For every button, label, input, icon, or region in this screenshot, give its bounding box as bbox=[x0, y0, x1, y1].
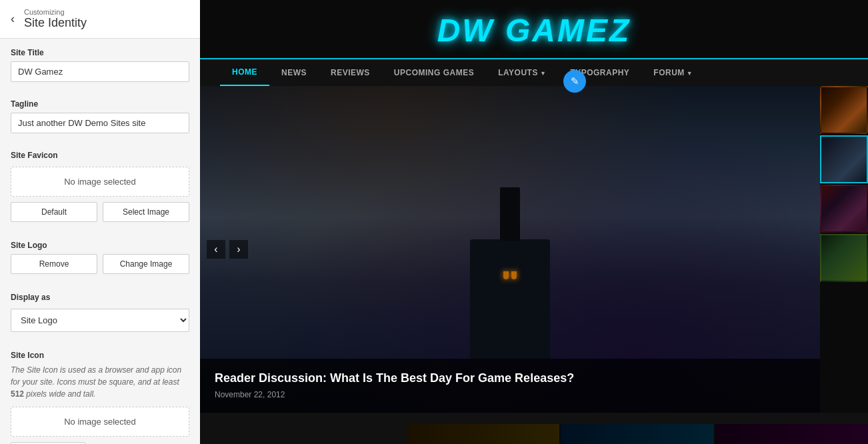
pencil-icon: ✎ bbox=[571, 75, 579, 87]
favicon-select-button[interactable]: Select Image bbox=[103, 202, 189, 222]
site-icon-label: Site Icon bbox=[0, 341, 200, 364]
nav-item-layouts[interactable]: LAYOUTS bbox=[486, 60, 558, 85]
site-icon-description: The Site Icon is used as a browser and a… bbox=[11, 364, 189, 400]
icon-no-image-text: No image selected bbox=[64, 417, 136, 427]
thumb-1[interactable] bbox=[820, 86, 868, 134]
bottom-thumb-1[interactable] bbox=[407, 424, 559, 444]
site-identity-heading: Site Identity bbox=[24, 16, 87, 30]
site-header: DW GAMEZ bbox=[200, 0, 868, 58]
panel-content: Site Title Tagline Site Favicon No image… bbox=[0, 39, 200, 444]
nav-item-home[interactable]: HOME bbox=[220, 59, 269, 86]
site-favicon-label: Site Favicon bbox=[0, 141, 200, 164]
customizer-panel: ‹ Customizing Site Identity Site Title T… bbox=[0, 0, 200, 444]
castle-decoration bbox=[437, 173, 583, 359]
hero-image: ‹ › Reader Discussion: What Is The Best … bbox=[200, 86, 820, 413]
hero-title: Reader Discussion: What Is The Best Day … bbox=[215, 371, 805, 386]
favicon-no-image-text: No image selected bbox=[64, 177, 136, 187]
site-title-label: Site Title bbox=[0, 39, 200, 61]
display-as-select[interactable]: Site Logo Site Title Both bbox=[11, 309, 189, 332]
hero-date: November 22, 2012 bbox=[215, 390, 805, 399]
tagline-label: Tagline bbox=[0, 90, 200, 113]
favicon-default-button[interactable]: Default bbox=[11, 202, 97, 222]
display-as-label: Display as bbox=[0, 283, 200, 306]
customizing-label: Customizing bbox=[24, 8, 87, 16]
site-title-input[interactable] bbox=[11, 61, 189, 82]
favicon-image-box: No image selected bbox=[11, 167, 189, 197]
carousel-prev-button[interactable]: ‹ bbox=[207, 240, 225, 259]
nav-item-upcoming[interactable]: UPCOMING GAMES bbox=[382, 60, 486, 85]
tagline-input[interactable] bbox=[11, 113, 189, 133]
header-text: Customizing Site Identity bbox=[24, 8, 87, 30]
site-preview: DW GAMEZ ✎ HOME NEWS REVIEWS UPCOMING GA… bbox=[200, 0, 868, 444]
nav-item-news[interactable]: NEWS bbox=[269, 60, 319, 85]
bottom-thumb-2[interactable] bbox=[561, 424, 713, 444]
bottom-thumb-3[interactable] bbox=[715, 424, 868, 444]
favicon-button-row: Default Select Image bbox=[11, 202, 189, 222]
site-logo-label: Site Logo bbox=[0, 231, 200, 254]
hero-area: ‹ › Reader Discussion: What Is The Best … bbox=[200, 86, 868, 413]
hero-caption: Reader Discussion: What Is The Best Day … bbox=[200, 359, 820, 413]
panel-header: ‹ Customizing Site Identity bbox=[0, 0, 200, 39]
thumbnail-sidebar bbox=[820, 86, 868, 413]
thumb-3[interactable] bbox=[820, 185, 868, 233]
nav-bar: HOME NEWS REVIEWS UPCOMING GAMES LAYOUTS… bbox=[200, 58, 868, 86]
bottom-thumbnail-strip bbox=[407, 424, 868, 444]
logo-remove-button[interactable]: Remove bbox=[11, 254, 97, 274]
logo-button-row: Remove Change Image bbox=[11, 254, 189, 274]
edit-icon-button[interactable]: ✎ bbox=[563, 70, 586, 93]
logo-change-button[interactable]: Change Image bbox=[103, 254, 189, 274]
thumb-4[interactable] bbox=[820, 234, 868, 282]
site-icon-image-box: No image selected bbox=[11, 407, 189, 437]
back-button[interactable]: ‹ bbox=[8, 9, 17, 29]
carousel-next-button[interactable]: › bbox=[229, 240, 248, 259]
nav-item-reviews[interactable]: REVIEWS bbox=[319, 60, 382, 85]
site-logo: DW GAMEZ bbox=[437, 12, 631, 49]
thumb-2[interactable] bbox=[820, 135, 868, 183]
nav-item-forum[interactable]: FORUM bbox=[641, 60, 705, 85]
